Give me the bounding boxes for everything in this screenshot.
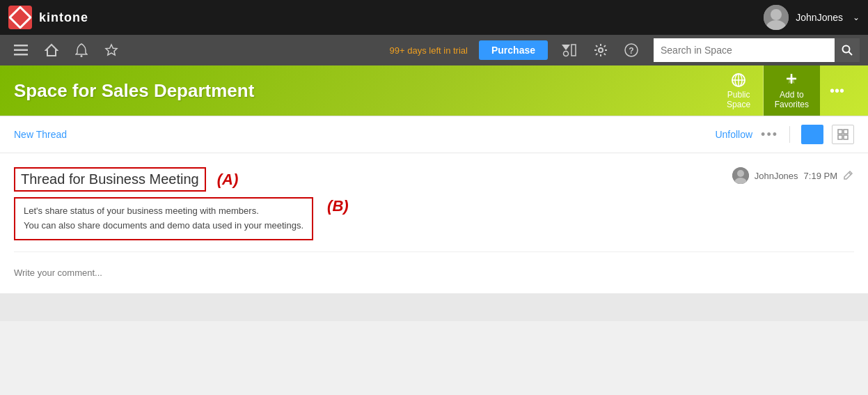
user-avatar [764, 5, 789, 30]
svg-rect-25 [838, 135, 842, 139]
public-label: PublicSpace [727, 90, 750, 109]
thread-title: Thread for Business Meeting [21, 171, 199, 187]
svg-rect-26 [844, 135, 848, 139]
comment-input[interactable] [14, 261, 854, 285]
star-icon[interactable] [99, 40, 124, 60]
search-bar [654, 38, 860, 62]
thread-title-box: Thread for Business Meeting [14, 167, 206, 192]
unfollow-button[interactable]: Unfollow [715, 129, 752, 140]
svg-rect-9 [571, 45, 576, 56]
svg-rect-3 [14, 45, 28, 47]
thread-author: JohnJones [755, 171, 798, 181]
public-icon [731, 72, 746, 90]
svg-rect-5 [14, 54, 28, 56]
thread-area: New Thread Unfollow ••• Thread for Busin… [0, 116, 868, 293]
thread-body-line1: Let's share status of your business meet… [24, 204, 303, 219]
add-fav-label: Add toFavorites [775, 90, 809, 109]
svg-rect-4 [14, 49, 28, 52]
view-solid-button[interactable] [801, 125, 823, 144]
svg-point-10 [564, 52, 569, 56]
svg-marker-8 [106, 45, 117, 55]
top-bar: kintone JohnJones ⌄ [0, 0, 868, 35]
thread-options-button[interactable]: ••• [761, 127, 778, 142]
more-options-button[interactable]: ••• [820, 65, 854, 116]
svg-text:?: ? [629, 46, 633, 56]
thread-content: Thread for Business Meeting (A) JohnJone… [0, 153, 868, 293]
nav-right-icons: ? [553, 40, 645, 60]
purchase-button[interactable]: Purchase [479, 40, 548, 60]
thread-meta: JohnJones 7:19 PM [732, 167, 854, 184]
top-bar-left: kintone [8, 6, 88, 29]
svg-point-1 [771, 9, 782, 20]
bell-icon[interactable] [70, 40, 93, 60]
comment-area [14, 251, 854, 293]
label-b: (B) [327, 197, 349, 215]
svg-rect-23 [838, 130, 842, 134]
svg-rect-24 [844, 130, 848, 134]
thread-time: 7:19 PM [804, 171, 837, 181]
thread-toolbar-right: Unfollow ••• [715, 125, 854, 144]
search-input[interactable] [654, 38, 835, 62]
thread-header: Thread for Business Meeting (A) JohnJone… [14, 167, 854, 192]
thread-title-area: Thread for Business Meeting (A) [14, 167, 238, 192]
thread-author-avatar [732, 167, 749, 184]
thread-body-line2: You can also share documents and demo da… [24, 219, 303, 233]
home-icon[interactable] [39, 40, 64, 60]
nav-bar: 99+ days left in trial Purchase ? [0, 35, 868, 65]
thread-body-box: Let's share status of your business meet… [14, 197, 313, 240]
space-title: Space for Sales Department [14, 80, 254, 102]
thread-body-section: Let's share status of your business meet… [14, 197, 854, 240]
svg-line-15 [849, 52, 853, 56]
user-name: JohnJones [796, 12, 843, 23]
menu-icon[interactable] [8, 42, 33, 59]
space-header: Space for Sales Department PublicSpace A… [0, 65, 868, 116]
svg-point-11 [599, 48, 603, 52]
kintone-logo-icon [8, 6, 32, 29]
logo-text: kintone [39, 10, 88, 25]
thread-toolbar: New Thread Unfollow ••• [0, 116, 868, 153]
add-to-favorites-button[interactable]: Add toFavorites [764, 65, 820, 116]
footer-area [0, 293, 868, 321]
trial-text: 99+ days left in trial [390, 45, 468, 56]
gear-icon[interactable] [587, 40, 615, 60]
user-menu-chevron[interactable]: ⌄ [853, 13, 860, 22]
label-a: (A) [217, 171, 239, 189]
view-grid-button[interactable] [832, 125, 854, 144]
add-fav-icon [784, 72, 799, 90]
new-thread-button[interactable]: New Thread [14, 129, 67, 140]
svg-point-14 [843, 46, 850, 53]
svg-point-28 [737, 170, 744, 177]
apps-icon[interactable] [553, 40, 584, 60]
help-icon[interactable]: ? [617, 40, 645, 60]
svg-point-7 [81, 55, 83, 57]
svg-marker-6 [46, 45, 57, 56]
public-space-button[interactable]: PublicSpace [715, 65, 764, 116]
top-bar-right: JohnJones ⌄ [764, 5, 860, 30]
edit-icon[interactable] [843, 169, 854, 183]
space-header-actions: PublicSpace Add toFavorites ••• [715, 65, 854, 116]
search-button[interactable] [835, 38, 860, 62]
